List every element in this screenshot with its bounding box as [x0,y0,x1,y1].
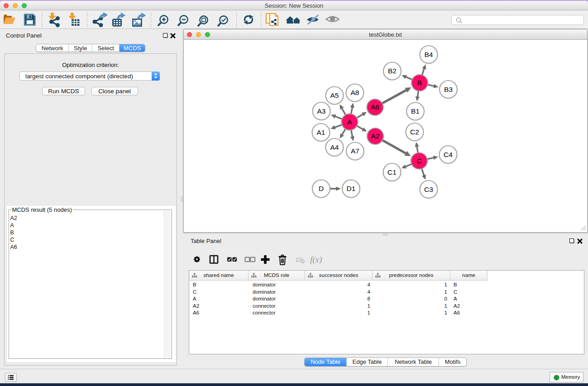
svg-text:A8: A8 [351,89,359,96]
svg-text:D1: D1 [347,185,356,192]
svg-text:f(x): f(x) [310,255,322,265]
svg-text:B3: B3 [444,86,453,93]
svg-text:B1: B1 [411,107,420,115]
svg-text:D: D [319,185,324,192]
svg-text:C2: C2 [410,128,419,136]
svg-text:A7: A7 [351,147,359,155]
svg-text:B2: B2 [388,67,397,75]
svg-text:C: C [416,157,421,165]
svg-text:C3: C3 [424,186,433,193]
svg-text:A5: A5 [330,91,339,99]
svg-text:C1: C1 [387,168,397,176]
svg-text:B: B [417,79,422,86]
svg-text:A4: A4 [330,143,339,151]
svg-text:C4: C4 [444,151,453,158]
svg-text:A: A [347,118,352,126]
svg-text:A2: A2 [371,132,380,140]
svg-text:A3: A3 [317,107,326,115]
svg-text:A1: A1 [317,129,325,136]
svg-text:A6: A6 [371,103,379,111]
svg-text:B4: B4 [425,51,433,58]
